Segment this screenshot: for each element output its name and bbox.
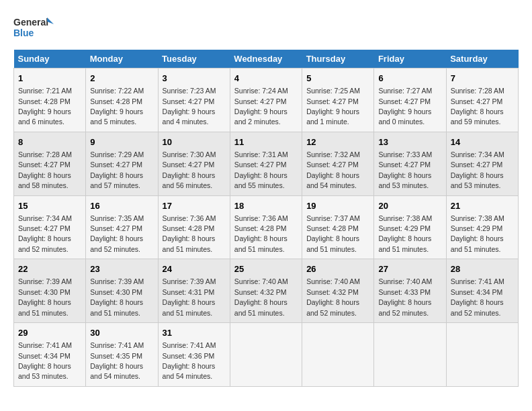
calendar-cell: 12Sunrise: 7:32 AM Sunset: 4:27 PM Dayli…: [302, 132, 374, 195]
calendar-cell: 4Sunrise: 7:24 AM Sunset: 4:27 PM Daylig…: [230, 68, 302, 132]
day-info: Sunrise: 7:30 AM Sunset: 4:27 PM Dayligh…: [163, 150, 216, 189]
calendar-cell: 26Sunrise: 7:40 AM Sunset: 4:32 PM Dayli…: [302, 259, 374, 323]
svg-text:General: General: [13, 17, 48, 28]
calendar-cell: [230, 323, 302, 387]
calendar-cell: 1Sunrise: 7:21 AM Sunset: 4:28 PM Daylig…: [14, 68, 86, 132]
day-number: 26: [306, 263, 369, 275]
weekday-header-friday: Friday: [374, 50, 446, 68]
calendar-cell: 10Sunrise: 7:30 AM Sunset: 4:27 PM Dayli…: [158, 132, 230, 195]
calendar-cell: [302, 323, 374, 387]
calendar-cell: 9Sunrise: 7:29 AM Sunset: 4:27 PM Daylig…: [86, 132, 158, 195]
day-info: Sunrise: 7:41 AM Sunset: 4:35 PM Dayligh…: [90, 341, 144, 380]
calendar-cell: [446, 323, 518, 387]
day-info: Sunrise: 7:36 AM Sunset: 4:28 PM Dayligh…: [234, 214, 288, 253]
calendar-header: SundayMondayTuesdayWednesdayThursdayFrid…: [14, 50, 519, 68]
logo-svg: General Blue: [13, 13, 54, 43]
calendar-week-5: 29Sunrise: 7:41 AM Sunset: 4:34 PM Dayli…: [14, 323, 519, 387]
day-info: Sunrise: 7:34 AM Sunset: 4:27 PM Dayligh…: [18, 214, 72, 253]
calendar-cell: 22Sunrise: 7:39 AM Sunset: 4:30 PM Dayli…: [14, 259, 86, 323]
day-info: Sunrise: 7:37 AM Sunset: 4:28 PM Dayligh…: [306, 214, 360, 253]
day-info: Sunrise: 7:24 AM Sunset: 4:27 PM Dayligh…: [234, 87, 288, 126]
calendar-cell: 24Sunrise: 7:39 AM Sunset: 4:31 PM Dayli…: [158, 259, 230, 323]
day-info: Sunrise: 7:27 AM Sunset: 4:27 PM Dayligh…: [378, 87, 432, 126]
day-info: Sunrise: 7:36 AM Sunset: 4:28 PM Dayligh…: [163, 214, 216, 253]
day-info: Sunrise: 7:39 AM Sunset: 4:30 PM Dayligh…: [90, 277, 144, 316]
day-number: 28: [451, 263, 514, 275]
day-info: Sunrise: 7:41 AM Sunset: 4:34 PM Dayligh…: [451, 277, 504, 316]
day-info: Sunrise: 7:34 AM Sunset: 4:27 PM Dayligh…: [451, 150, 504, 189]
day-number: 17: [163, 200, 226, 212]
day-number: 13: [378, 136, 441, 148]
day-number: 8: [18, 136, 81, 148]
day-number: 16: [90, 200, 153, 212]
day-number: 15: [18, 200, 81, 212]
day-info: Sunrise: 7:39 AM Sunset: 4:30 PM Dayligh…: [18, 277, 72, 316]
day-info: Sunrise: 7:22 AM Sunset: 4:28 PM Dayligh…: [90, 87, 144, 126]
calendar-cell: 30Sunrise: 7:41 AM Sunset: 4:35 PM Dayli…: [86, 323, 158, 387]
calendar-cell: 29Sunrise: 7:41 AM Sunset: 4:34 PM Dayli…: [14, 323, 86, 387]
day-number: 5: [306, 73, 369, 85]
day-number: 10: [163, 136, 226, 148]
day-number: 1: [18, 73, 81, 85]
day-number: 12: [306, 136, 369, 148]
day-number: 9: [90, 136, 153, 148]
calendar-cell: 18Sunrise: 7:36 AM Sunset: 4:28 PM Dayli…: [230, 195, 302, 259]
calendar-cell: [374, 323, 446, 387]
day-number: 27: [378, 263, 441, 275]
day-info: Sunrise: 7:40 AM Sunset: 4:32 PM Dayligh…: [234, 277, 288, 316]
day-info: Sunrise: 7:31 AM Sunset: 4:27 PM Dayligh…: [234, 150, 288, 189]
day-info: Sunrise: 7:25 AM Sunset: 4:27 PM Dayligh…: [306, 87, 360, 126]
calendar-cell: 19Sunrise: 7:37 AM Sunset: 4:28 PM Dayli…: [302, 195, 374, 259]
day-number: 11: [234, 136, 298, 148]
svg-text:Blue: Blue: [13, 28, 34, 38]
day-number: 29: [18, 327, 81, 339]
day-number: 21: [451, 200, 514, 212]
calendar-cell: 25Sunrise: 7:40 AM Sunset: 4:32 PM Dayli…: [230, 259, 302, 323]
day-number: 18: [234, 200, 298, 212]
day-number: 6: [378, 73, 441, 85]
calendar-cell: 15Sunrise: 7:34 AM Sunset: 4:27 PM Dayli…: [14, 195, 86, 259]
calendar-cell: 8Sunrise: 7:28 AM Sunset: 4:27 PM Daylig…: [14, 132, 86, 195]
weekday-header-wednesday: Wednesday: [230, 50, 302, 68]
day-info: Sunrise: 7:40 AM Sunset: 4:33 PM Dayligh…: [378, 277, 432, 316]
calendar-week-4: 22Sunrise: 7:39 AM Sunset: 4:30 PM Dayli…: [14, 259, 519, 323]
day-number: 23: [90, 263, 153, 275]
day-number: 7: [451, 73, 514, 85]
calendar-cell: 16Sunrise: 7:35 AM Sunset: 4:27 PM Dayli…: [86, 195, 158, 259]
page-header: General Blue: [13, 13, 519, 43]
weekday-header-monday: Monday: [86, 50, 158, 68]
logo: General Blue: [13, 13, 54, 43]
calendar-cell: 2Sunrise: 7:22 AM Sunset: 4:28 PM Daylig…: [86, 68, 158, 132]
day-number: 19: [306, 200, 369, 212]
calendar-body: 1Sunrise: 7:21 AM Sunset: 4:28 PM Daylig…: [14, 68, 519, 387]
weekday-header-saturday: Saturday: [446, 50, 518, 68]
calendar-cell: 6Sunrise: 7:27 AM Sunset: 4:27 PM Daylig…: [374, 68, 446, 132]
calendar-cell: 31Sunrise: 7:41 AM Sunset: 4:36 PM Dayli…: [158, 323, 230, 387]
day-info: Sunrise: 7:39 AM Sunset: 4:31 PM Dayligh…: [163, 277, 216, 316]
calendar-cell: 27Sunrise: 7:40 AM Sunset: 4:33 PM Dayli…: [374, 259, 446, 323]
day-info: Sunrise: 7:29 AM Sunset: 4:27 PM Dayligh…: [90, 150, 144, 189]
weekday-header-thursday: Thursday: [302, 50, 374, 68]
day-number: 25: [234, 263, 298, 275]
calendar-cell: 7Sunrise: 7:28 AM Sunset: 4:27 PM Daylig…: [446, 68, 518, 132]
day-info: Sunrise: 7:32 AM Sunset: 4:27 PM Dayligh…: [306, 150, 360, 189]
day-number: 2: [90, 73, 153, 85]
calendar-cell: 13Sunrise: 7:33 AM Sunset: 4:27 PM Dayli…: [374, 132, 446, 195]
calendar-cell: 21Sunrise: 7:38 AM Sunset: 4:29 PM Dayli…: [446, 195, 518, 259]
day-number: 31: [163, 327, 226, 339]
day-info: Sunrise: 7:41 AM Sunset: 4:36 PM Dayligh…: [163, 341, 216, 380]
day-info: Sunrise: 7:35 AM Sunset: 4:27 PM Dayligh…: [90, 214, 144, 253]
calendar-cell: 3Sunrise: 7:23 AM Sunset: 4:27 PM Daylig…: [158, 68, 230, 132]
day-number: 30: [90, 327, 153, 339]
day-number: 22: [18, 263, 81, 275]
calendar-week-1: 1Sunrise: 7:21 AM Sunset: 4:28 PM Daylig…: [14, 68, 519, 132]
day-number: 3: [163, 73, 226, 85]
weekday-header-tuesday: Tuesday: [158, 50, 230, 68]
day-number: 14: [451, 136, 514, 148]
day-number: 4: [234, 73, 298, 85]
calendar-cell: 11Sunrise: 7:31 AM Sunset: 4:27 PM Dayli…: [230, 132, 302, 195]
day-number: 24: [163, 263, 226, 275]
day-info: Sunrise: 7:41 AM Sunset: 4:34 PM Dayligh…: [18, 341, 72, 380]
calendar-table: SundayMondayTuesdayWednesdayThursdayFrid…: [13, 50, 519, 387]
day-info: Sunrise: 7:21 AM Sunset: 4:28 PM Dayligh…: [18, 87, 72, 126]
